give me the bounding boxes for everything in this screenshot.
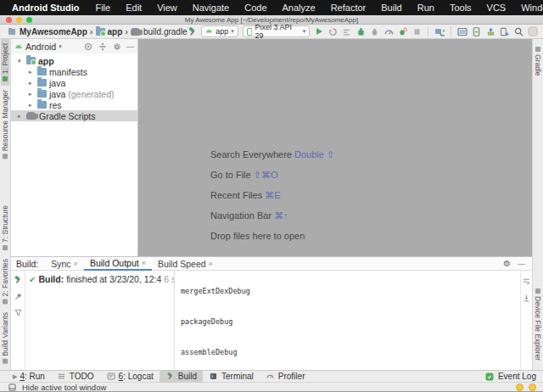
gear-icon[interactable] bbox=[112, 42, 122, 52]
toolwindow-button-logcat[interactable]: 6: Logcat bbox=[100, 371, 160, 383]
build-status-panel[interactable]: ✔ Build: finished at 3/23/20, 12:4 6 s 8… bbox=[25, 271, 175, 370]
menu-window[interactable]: Window bbox=[513, 3, 543, 13]
profiler-icon[interactable] bbox=[384, 26, 394, 36]
menu-vcs[interactable]: VCS bbox=[479, 3, 514, 13]
filter-icon[interactable] bbox=[13, 307, 23, 317]
collapse-all-icon[interactable] bbox=[98, 42, 108, 52]
menu-tools[interactable]: Tools bbox=[442, 3, 479, 13]
project-view-selector[interactable]: Android bbox=[25, 42, 56, 52]
event-log-button[interactable]: Event Log bbox=[484, 372, 536, 382]
shortcut-navigation-bar: Navigation Bar ⌘↑ bbox=[210, 210, 334, 221]
sdk-manager-icon[interactable] bbox=[485, 26, 495, 36]
locate-file-icon[interactable] bbox=[83, 42, 93, 52]
collapsed-arrow-icon[interactable]: ▸ bbox=[29, 102, 35, 109]
logcat-icon bbox=[106, 372, 116, 382]
debug-icon[interactable] bbox=[356, 26, 366, 36]
toolwindow-button-profiler[interactable]: Profiler bbox=[260, 371, 311, 383]
pin-icon[interactable] bbox=[13, 291, 23, 301]
menu-analyze[interactable]: Analyze bbox=[275, 3, 323, 13]
menu-run[interactable]: Run bbox=[410, 3, 442, 13]
build-hammer-icon bbox=[165, 372, 176, 382]
device-select[interactable]: Pixel 3 API 29 ▾ bbox=[243, 25, 310, 37]
apply-changes-icon[interactable] bbox=[342, 26, 351, 36]
menu-app-name[interactable]: Android Studio bbox=[7, 3, 87, 13]
chevron-right-icon: › bbox=[125, 26, 128, 36]
toolwindow-button-build[interactable]: Build bbox=[160, 371, 203, 383]
toolwindow-button-favorites[interactable]: 2: Favorites bbox=[1, 255, 9, 308]
scroll-to-end-icon[interactable] bbox=[522, 293, 532, 303]
tree-row-java-generated[interactable]: ▸ java (generated) bbox=[11, 88, 137, 99]
toolwindow-button-build-variants[interactable]: Build Variants bbox=[1, 308, 9, 368]
rerun-icon[interactable] bbox=[328, 26, 338, 36]
make-project-hammer-icon[interactable] bbox=[188, 26, 197, 36]
menu-edit[interactable]: Edit bbox=[118, 3, 149, 13]
menu-navigate[interactable]: Navigate bbox=[185, 3, 237, 13]
breadcrumb: MyAwesomeApp › app › build.gradle bbox=[7, 26, 188, 36]
toolwindow-button-project[interactable]: 1: Project bbox=[1, 39, 9, 86]
run-button[interactable] bbox=[314, 26, 323, 36]
editor-area[interactable]: Search Everywhere Double ⇧ Go to File ⇧⌘… bbox=[138, 39, 532, 256]
collapsed-arrow-icon[interactable]: ▸ bbox=[18, 113, 24, 120]
collapsed-arrow-icon[interactable]: ▸ bbox=[29, 80, 35, 87]
window-title: My Awesome App [~/Development/repo/MyAwe… bbox=[0, 16, 543, 24]
tree-row-gradle-scripts[interactable]: ▸ Gradle Scripts bbox=[11, 110, 137, 121]
toolwindow-button-run[interactable]: ▶ 4: Run bbox=[7, 371, 51, 383]
breadcrumb-file[interactable]: build.gradle bbox=[131, 27, 188, 36]
rerun-build-hammer-icon[interactable] bbox=[13, 275, 23, 285]
tab-sync[interactable]: Sync × bbox=[45, 257, 84, 271]
sad-face-icon[interactable] bbox=[529, 384, 536, 391]
collapsed-arrow-icon[interactable]: ▸ bbox=[29, 91, 35, 98]
toolwindow-button-structure[interactable]: 7: Structure bbox=[1, 201, 9, 255]
avatar-placeholder-icon[interactable] bbox=[528, 26, 538, 36]
attach-debugger-icon[interactable] bbox=[370, 26, 379, 36]
build-panel-label: Build: bbox=[16, 259, 38, 269]
search-everywhere-icon[interactable] bbox=[513, 26, 523, 36]
build-console[interactable]: mergeExtDexDebug packageDebug assembleDe… bbox=[175, 266, 520, 370]
tab-build-output[interactable]: Build Output × bbox=[84, 257, 152, 271]
avd-manager-icon[interactable] bbox=[472, 26, 481, 36]
emulator-icon[interactable] bbox=[457, 26, 467, 36]
expanded-arrow-icon[interactable]: ▾ bbox=[18, 58, 24, 64]
collapsed-arrow-icon[interactable]: ▸ bbox=[29, 69, 35, 76]
hide-panel-icon[interactable]: — bbox=[126, 42, 134, 51]
tree-row-manifests[interactable]: ▸ manifests bbox=[11, 66, 137, 77]
run-outline-icon: ▶ bbox=[13, 373, 17, 380]
menu-view[interactable]: View bbox=[149, 3, 185, 13]
menu-refactor[interactable]: Refactor bbox=[323, 3, 374, 13]
profile-app-icon[interactable] bbox=[398, 26, 407, 36]
stop-icon[interactable] bbox=[412, 26, 422, 36]
toolwindow-button-device-file-explorer[interactable]: Device File Explorer bbox=[534, 284, 542, 365]
soft-wrap-icon[interactable] bbox=[522, 276, 532, 286]
close-icon[interactable]: × bbox=[142, 259, 146, 267]
toolwindow-button-resource-manager[interactable]: Resource Manager bbox=[1, 86, 9, 163]
run-configuration-select[interactable]: app ▾ bbox=[201, 25, 238, 37]
close-icon[interactable]: × bbox=[74, 260, 78, 268]
menu-code[interactable]: Code bbox=[237, 3, 274, 13]
toolwindow-button-terminal[interactable]: Terminal bbox=[203, 371, 260, 383]
module-folder-icon bbox=[96, 28, 105, 36]
device-manager-icon[interactable] bbox=[500, 26, 509, 36]
project-tree: ▾ app ▸ manifests ▸ java bbox=[11, 53, 137, 121]
device-file-explorer-icon bbox=[535, 288, 540, 294]
console-line: packageDebug bbox=[181, 316, 520, 327]
tree-row-res[interactable]: ▸ res bbox=[11, 99, 137, 110]
project-toolwindow-icon bbox=[3, 76, 8, 81]
todo-list-icon bbox=[57, 372, 67, 382]
android-icon bbox=[205, 28, 213, 36]
menu-build[interactable]: Build bbox=[373, 3, 409, 13]
toolwindow-toggle-icon[interactable] bbox=[7, 382, 17, 392]
toolwindow-button-todo[interactable]: TODO bbox=[51, 371, 100, 383]
happy-face-icon[interactable] bbox=[516, 384, 523, 391]
menu-file[interactable]: File bbox=[87, 3, 118, 13]
sync-gradle-icon[interactable] bbox=[434, 26, 445, 36]
bottom-toolwindow-bar: ▶ 4: Run TODO 6: Logcat Build Terminal P… bbox=[0, 370, 543, 382]
toolbar-actions: app ▾ Pixel 3 API 29 ▾ bbox=[188, 25, 538, 37]
folder-icon bbox=[37, 90, 47, 98]
tree-row-java[interactable]: ▸ java bbox=[11, 77, 137, 88]
toolwindow-button-gradle[interactable]: Gradle bbox=[534, 42, 542, 81]
tree-row-app[interactable]: ▾ app bbox=[11, 55, 137, 66]
breadcrumb-module[interactable]: app bbox=[96, 27, 123, 36]
project-icon bbox=[7, 26, 17, 36]
breadcrumb-project[interactable]: MyAwesomeApp bbox=[7, 26, 87, 36]
favorites-icon bbox=[3, 299, 8, 304]
